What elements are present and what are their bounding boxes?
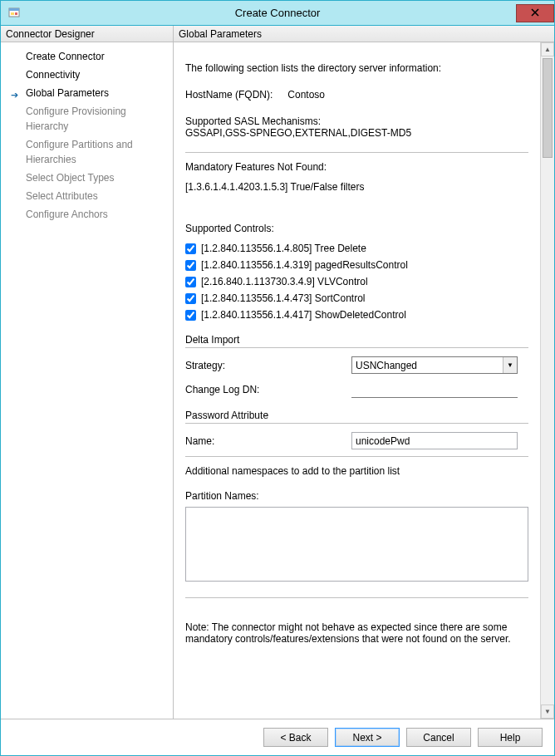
changelog-label: Change Log DN: [185, 384, 351, 395]
current-step-arrow-icon: ➔ [11, 87, 18, 102]
close-button[interactable] [516, 4, 554, 22]
control-row-show-deleted: [1.2.840.113556.1.4.417] ShowDeletedCont… [185, 309, 528, 321]
scroll-thumb[interactable] [543, 58, 553, 158]
hostname-row: HostName (FQDN): Contoso [185, 89, 528, 101]
changelog-input[interactable] [351, 380, 518, 398]
intro-text: The following section lists the director… [185, 62, 528, 74]
sidebar: Create Connector Connectivity ➔ Global P… [1, 42, 174, 719]
window-frame: Create Connector Connector Designer Glob… [0, 0, 555, 756]
sasl-label: Supported SASL Mechanisms: [185, 115, 528, 127]
cancel-button[interactable]: Cancel [406, 728, 471, 747]
divider [185, 456, 528, 457]
control-checkbox[interactable] [185, 277, 196, 287]
vertical-scrollbar[interactable]: ▲ ▼ [540, 42, 554, 719]
chevron-down-icon: ▼ [544, 708, 551, 715]
sidebar-item-label: Select Attributes [26, 190, 98, 202]
scroll-track[interactable] [541, 56, 554, 704]
sidebar-item-label: Configure Provisioning Hierarchy [26, 106, 126, 132]
controls-header: Supported Controls: [185, 223, 528, 234]
controls-block: Supported Controls: [1.2.840.113556.1.4.… [185, 223, 528, 321]
divider [185, 597, 528, 598]
sidebar-item-select-object-types: Select Object Types [1, 169, 173, 187]
sidebar-item-label: Configure Anchors [26, 209, 108, 220]
strategy-label: Strategy: [185, 360, 351, 371]
svg-rect-3 [15, 12, 17, 15]
mandatory-block: Mandatory Features Not Found: [1.3.6.1.4… [185, 161, 528, 193]
scroll-container: The following section lists the director… [174, 42, 554, 719]
strategy-select[interactable]: USNChanged ▼ [351, 356, 518, 374]
right-panel-header: Global Parameters [174, 26, 554, 42]
sidebar-item-global-parameters[interactable]: ➔ Global Parameters [1, 84, 173, 102]
control-row-vlv: [2.16.840.1.113730.3.4.9] VLVControl [185, 276, 528, 287]
control-checkbox[interactable] [185, 310, 196, 321]
panel-headers: Connector Designer Global Parameters [1, 26, 554, 42]
main-panel: The following section lists the director… [174, 42, 554, 719]
next-button[interactable]: Next > [335, 728, 400, 747]
control-checkbox[interactable] [185, 243, 196, 254]
content: The following section lists the director… [174, 42, 540, 719]
control-row-sort: [1.2.840.113556.1.4.473] SortControl [185, 292, 528, 304]
sidebar-item-connectivity[interactable]: Connectivity [1, 66, 173, 84]
svg-rect-2 [11, 12, 14, 15]
control-row-paged-results: [1.2.840.113556.1.4.319] pagedResultsCon… [185, 259, 528, 271]
sidebar-item-create-connector[interactable]: Create Connector [1, 47, 173, 66]
chevron-down-icon: ▼ [503, 357, 517, 373]
close-icon [531, 7, 539, 19]
sidebar-item-label: Connectivity [26, 69, 80, 81]
pwd-name-label: Name: [185, 435, 351, 447]
titlebar: Create Connector [1, 1, 554, 26]
scroll-up-button[interactable]: ▲ [541, 42, 554, 56]
control-label: [2.16.840.1.113730.3.4.9] VLVControl [201, 276, 368, 287]
control-label: [1.2.840.113556.1.4.805] Tree Delete [201, 243, 366, 254]
button-bar: < Back Next > Cancel Help [1, 719, 554, 755]
control-row-tree-delete: [1.2.840.113556.1.4.805] Tree Delete [185, 243, 528, 254]
divider [185, 152, 528, 153]
sidebar-item-label: Global Parameters [26, 87, 109, 99]
sasl-block: Supported SASL Mechanisms: GSSAPI,GSS-SP… [185, 115, 528, 139]
help-button[interactable]: Help [478, 728, 543, 747]
partition-names-textarea[interactable] [185, 507, 528, 582]
app-icon [7, 7, 21, 20]
hostname-label: HostName (FQDN): [185, 89, 285, 101]
warning-note: Note: The connector might not behave as … [185, 621, 528, 645]
strategy-value: USNChanged [356, 360, 417, 371]
control-label: [1.2.840.113556.1.4.473] SortControl [201, 292, 365, 304]
mandatory-value: [1.3.6.1.4.1.4203.1.5.3] True/False filt… [185, 181, 528, 193]
control-label: [1.2.840.113556.1.4.417] ShowDeletedCont… [201, 309, 406, 321]
pwd-name-input[interactable] [351, 432, 518, 449]
strategy-row: Strategy: USNChanged ▼ [185, 356, 528, 374]
mandatory-header: Mandatory Features Not Found: [185, 161, 528, 173]
window-title: Create Connector [235, 7, 321, 19]
control-checkbox[interactable] [185, 260, 196, 271]
left-panel-header: Connector Designer [1, 26, 174, 42]
scroll-down-button[interactable]: ▼ [541, 704, 554, 719]
sidebar-item-label: Select Object Types [26, 172, 115, 184]
back-button[interactable]: < Back [263, 728, 328, 747]
sidebar-item-partitions-hierarchies: Configure Partitions and Hierarchies [1, 135, 173, 169]
pwd-name-row: Name: [185, 432, 528, 449]
partition-label: Partition Names: [185, 490, 528, 502]
body: Create Connector Connectivity ➔ Global P… [1, 42, 554, 719]
delta-import-header: Delta Import [185, 334, 528, 348]
password-attribute-header: Password Attribute [185, 410, 528, 424]
sidebar-item-provisioning-hierarchy: Configure Provisioning Hierarchy [1, 102, 173, 135]
sidebar-item-label: Configure Partitions and Hierarchies [26, 139, 133, 165]
chevron-up-icon: ▲ [544, 46, 551, 53]
changelog-row: Change Log DN: [185, 380, 528, 398]
sidebar-item-configure-anchors: Configure Anchors [1, 205, 173, 223]
svg-rect-1 [9, 8, 19, 11]
sidebar-item-select-attributes: Select Attributes [1, 187, 173, 205]
hostname-value: Contoso [287, 89, 325, 101]
sidebar-item-label: Create Connector [26, 51, 105, 62]
control-label: [1.2.840.113556.1.4.319] pagedResultsCon… [201, 259, 408, 271]
control-checkbox[interactable] [185, 293, 196, 304]
namespaces-intro: Additional namespaces to add to the part… [185, 465, 528, 477]
sasl-value: GSSAPI,GSS-SPNEGO,EXTERNAL,DIGEST-MD5 [185, 127, 528, 139]
